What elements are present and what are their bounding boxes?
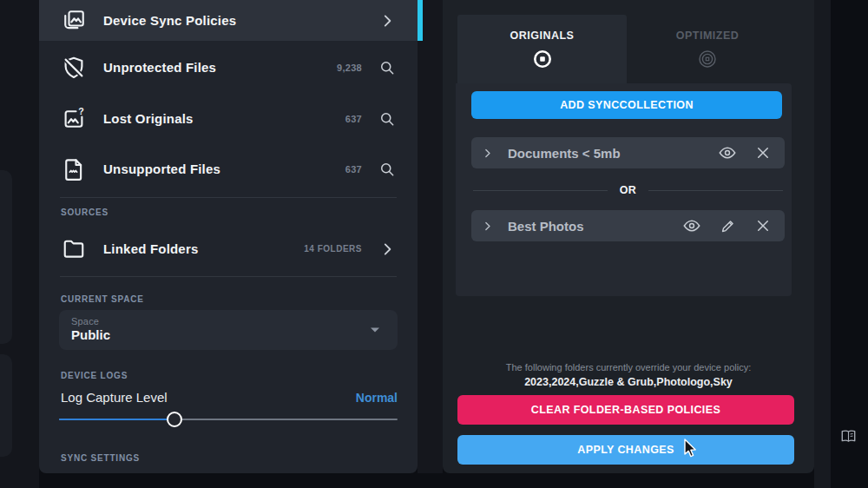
synccollections-panel: ADD SYNCCOLLECTION Documents < 5mb [456,83,792,296]
current-space-header: CURRENT SPACE [61,294,144,304]
chevron-expand-icon[interactable] [482,221,496,232]
space-select-value: Public [71,327,385,342]
slider-fill [59,419,174,420]
tab-optimized[interactable]: OPTIMIZED [627,15,788,83]
item-count: 637 [345,114,362,124]
panel-gap [418,0,443,473]
eye-icon[interactable] [716,142,739,164]
sync-policy-panel: ORIGINALS OPTIMIZED ADD SYNCCOLLECTION [443,0,814,473]
sidebar-item-unprotected-files[interactable]: Unprotected Files 9,238 [39,47,418,88]
collection-name: Best Photos [508,219,584,234]
space-select-label: Space [71,316,385,326]
svg-text:?: ? [78,106,83,116]
override-folders: 2023,2024,Guzzle & Grub,Photologo,Sky [443,376,814,388]
background-right-band [814,0,831,488]
sources-header: SOURCES [61,208,108,217]
eye-icon[interactable] [681,214,703,237]
sidebar-item-lost-originals[interactable]: ? Lost Originals 637 [39,98,418,139]
apply-changes-button[interactable]: APPLY CHANGES [457,435,794,465]
sidebar-item-label: Lost Originals [103,111,194,126]
item-count: 637 [345,164,362,175]
unprotected-files-icon [60,54,88,82]
background-left-strip [0,0,39,488]
close-icon[interactable] [752,142,774,164]
chevron-right-icon [378,11,397,30]
space-select[interactable]: Space Public [59,310,398,350]
lost-originals-icon: ? [60,105,88,133]
collection-row-documents[interactable]: Documents < 5mb [471,137,785,168]
sidebar: Device Sync Policies Unprotected Files 9… [39,0,418,473]
sidebar-item-unsupported-files[interactable]: Unsupported Files 637 [39,148,418,189]
search-icon[interactable] [378,160,397,179]
sync-settings-header: SYNC SETTINGS [61,453,140,463]
log-capture-row: Log Capture Level Normal [61,390,398,405]
divider-line [473,190,608,191]
tab-originals[interactable]: ORIGINALS [457,15,627,83]
add-synccollection-button[interactable]: ADD SYNCCOLLECTION [471,91,782,119]
chevron-right-icon [378,240,397,259]
collection-name: Documents < 5mb [508,146,621,161]
sidebar-item-label: Unprotected Files [103,60,216,75]
originals-icon [532,49,553,69]
close-icon[interactable] [752,214,774,237]
divider-line [648,190,783,191]
sidebar-item-label: Linked Folders [103,241,199,256]
sidebar-item-label: Device Sync Policies [103,13,236,28]
or-divider: OR [473,180,783,201]
clear-folder-policies-button[interactable]: CLEAR FOLDER-BASED POLICIES [457,395,794,425]
background-window-edge [0,354,12,457]
device-sync-policies-icon [60,7,88,35]
tab-label: ORIGINALS [510,30,575,42]
chevron-down-icon [370,326,380,333]
slider-thumb[interactable] [167,412,182,427]
device-logs-header: DEVICE LOGS [61,371,128,380]
sidebar-item-device-sync-policies[interactable]: Device Sync Policies [39,0,418,41]
sidebar-item-linked-folders[interactable]: Linked Folders 14 FOLDERS [39,228,418,269]
item-count: 9,238 [337,63,362,73]
folder-icon [60,235,88,263]
tab-label: OPTIMIZED [676,30,740,42]
selected-item-accent-bar [418,0,423,41]
search-icon[interactable] [378,109,397,129]
sidebar-item-label: Unsupported Files [103,162,220,176]
divider [60,276,397,277]
edit-icon[interactable] [716,214,739,237]
folders-count: 14 FOLDERS [304,244,362,254]
or-label: OR [620,184,637,196]
log-capture-slider[interactable] [59,412,398,427]
log-capture-value[interactable]: Normal [356,391,398,405]
log-capture-label: Log Capture Level [61,390,168,405]
search-icon[interactable] [378,58,397,77]
unsupported-files-icon [60,155,88,183]
divider [60,197,397,198]
chevron-expand-icon[interactable] [482,148,496,159]
collection-row-best-photos[interactable]: Best Photos [471,210,785,241]
book-icon[interactable] [839,429,858,444]
optimized-icon [697,49,718,69]
override-note: The following folders currently override… [443,362,814,373]
background-window-edge [0,170,12,344]
settings-dialog: Device Sync Policies Unprotected Files 9… [0,0,868,488]
